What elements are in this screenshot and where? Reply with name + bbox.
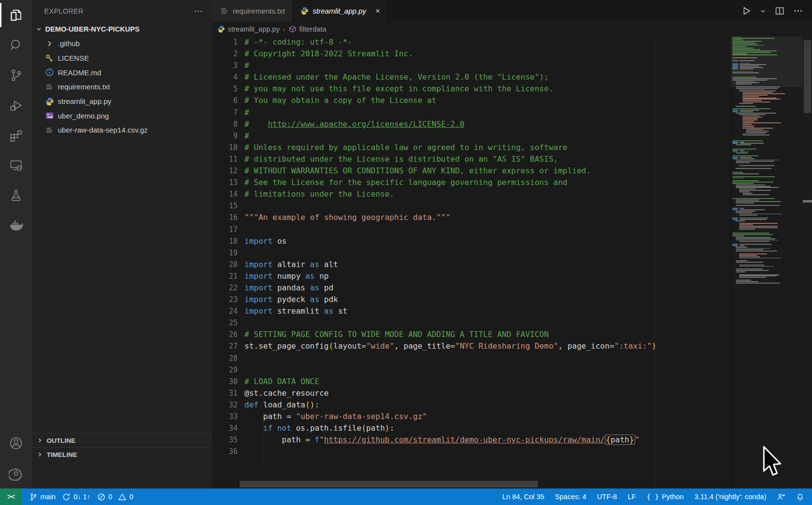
code-line: @st.cache_resource bbox=[244, 387, 657, 399]
code-editor[interactable]: 1234567891011121314151617181920212223242… bbox=[212, 36, 812, 488]
line-number: 33 bbox=[212, 411, 244, 422]
explorer-sidebar: EXPLORER ⋯ DEMO-UBER-NYC-PICKUPS .github… bbox=[32, 0, 212, 488]
code-line: # bbox=[244, 60, 657, 71]
code-line: path = f"https://github.com/streamlit/de… bbox=[244, 434, 657, 446]
text-file-icon bbox=[45, 83, 54, 91]
file-label: README.md bbox=[58, 68, 101, 77]
line-number: 3 bbox=[212, 60, 244, 71]
code-line: # LOAD DATA ONCE bbox=[244, 376, 657, 387]
chevron-down-icon[interactable] bbox=[760, 8, 766, 15]
activity-bar-files-icon[interactable] bbox=[0, 0, 32, 30]
license-key-icon bbox=[45, 54, 54, 63]
python-icon bbox=[300, 7, 309, 15]
code-line: # bbox=[244, 107, 657, 118]
breadcrumb-file[interactable]: streamlit_app.py bbox=[217, 25, 279, 33]
vertical-scrollbar[interactable] bbox=[803, 36, 812, 488]
feedback-button[interactable] bbox=[777, 493, 785, 501]
eol-setting[interactable]: LF bbox=[628, 493, 636, 501]
breadcrumb: streamlit_app.py › filterdata bbox=[212, 22, 812, 36]
line-number: 6 bbox=[212, 95, 244, 106]
warning-icon bbox=[118, 493, 126, 501]
activity-bar-settings-gear-icon[interactable] bbox=[0, 458, 32, 488]
code-line: import streamlit as st bbox=[244, 305, 657, 317]
code-line: # you may not use this file except in co… bbox=[244, 83, 657, 95]
line-number: 1 bbox=[212, 36, 244, 48]
code-line: import pandas as pd bbox=[244, 282, 657, 294]
timeline-section[interactable]: TIMELINE bbox=[32, 447, 212, 461]
git-branch-status[interactable]: main bbox=[29, 493, 55, 501]
vscode-window: EXPLORER ⋯ DEMO-UBER-NYC-PICKUPS .github… bbox=[0, 0, 812, 505]
code-line: # -*- coding: utf-8 -*- bbox=[244, 36, 657, 48]
file-item-uber-raw-data-sep14.csv.gz[interactable]: uber-raw-data-sep14.csv.gz bbox=[32, 123, 212, 137]
file-item-uber_demo.png[interactable]: uber_demo.png bbox=[32, 108, 212, 123]
activity-bar-docker-icon[interactable] bbox=[0, 211, 32, 241]
close-icon[interactable]: × bbox=[376, 7, 380, 15]
line-number: 27 bbox=[212, 340, 244, 352]
file-item-streamlit_app.py[interactable]: streamlit_app.py bbox=[32, 94, 212, 109]
code-line: if not os.path.isfile(path): bbox=[244, 422, 657, 434]
activity-bar-remote-explorer-icon[interactable] bbox=[0, 151, 32, 181]
bell-icon bbox=[796, 493, 804, 501]
activity-bar-extensions-icon[interactable] bbox=[0, 120, 32, 151]
code-line: # You may obtain a copy of the License a… bbox=[244, 95, 657, 106]
more-actions-icon[interactable] bbox=[793, 6, 803, 16]
line-number: 32 bbox=[212, 399, 244, 411]
code-line bbox=[244, 247, 657, 259]
line-number: 25 bbox=[212, 317, 244, 329]
explorer-root-folder[interactable]: DEMO-UBER-NYC-PICKUPS bbox=[32, 22, 212, 36]
split-editor-icon[interactable] bbox=[775, 6, 785, 16]
line-number: 9 bbox=[212, 130, 244, 142]
run-icon[interactable] bbox=[741, 6, 751, 16]
code-line bbox=[244, 200, 657, 212]
activity-bar-search-icon[interactable] bbox=[0, 30, 32, 60]
symbol-cube-icon bbox=[289, 25, 296, 33]
python-interpreter[interactable]: 3.11.4 ('nightly': conda) bbox=[694, 493, 766, 501]
language-mode[interactable]: { } Python bbox=[647, 493, 684, 501]
explorer-more-actions-icon[interactable]: ⋯ bbox=[194, 6, 204, 17]
breadcrumb-symbol[interactable]: filterdata bbox=[289, 25, 327, 33]
chevron-right-icon bbox=[45, 39, 54, 48]
line-number: 2 bbox=[212, 48, 244, 60]
activity-bar-testing-icon[interactable] bbox=[0, 181, 32, 211]
code-line: # SETTING PAGE CONFIG TO WIDE MODE AND A… bbox=[244, 329, 657, 340]
breadcrumb-separator: › bbox=[283, 26, 285, 33]
activity-bar-run-debug-icon[interactable] bbox=[0, 90, 32, 120]
notifications-button[interactable] bbox=[796, 493, 804, 501]
code-line: st.set_page_config(layout="wide", page_t… bbox=[244, 340, 657, 352]
code-line: # Licensed under the Apache License, Ver… bbox=[244, 71, 657, 83]
cursor-position[interactable]: Ln 84, Col 35 bbox=[502, 493, 544, 501]
problems-status[interactable]: 0 0 bbox=[97, 493, 133, 501]
activity-bar-source-control-icon[interactable] bbox=[0, 60, 32, 90]
vertical-scrollbar-slider[interactable] bbox=[804, 40, 811, 113]
activity-bar-account-icon[interactable] bbox=[0, 428, 32, 458]
file-item-README.md[interactable]: README.md bbox=[32, 65, 212, 80]
folder-item-.github[interactable]: .github bbox=[32, 36, 212, 51]
git-sync-status[interactable]: 0↓ 1↑ bbox=[62, 493, 90, 501]
outline-section[interactable]: OUTLINE bbox=[32, 433, 212, 447]
minimap[interactable] bbox=[730, 36, 803, 488]
code-line: # WITHOUT WARRANTIES OR CONDITIONS OF AN… bbox=[244, 165, 657, 177]
encoding-setting[interactable]: UTF-8 bbox=[597, 493, 617, 501]
line-number: 13 bbox=[212, 177, 244, 188]
indent-guide bbox=[263, 411, 263, 465]
tab-streamlit-app-py[interactable]: streamlit_app.py × bbox=[293, 0, 388, 22]
horizontal-scrollbar-slider[interactable] bbox=[240, 481, 538, 488]
file-item-LICENSE[interactable]: LICENSE bbox=[32, 51, 212, 66]
file-item-requirements.txt[interactable]: requirements.txt bbox=[32, 80, 212, 94]
indentation-setting[interactable]: Spaces: 4 bbox=[555, 493, 587, 501]
line-number: 20 bbox=[212, 259, 244, 270]
line-number: 21 bbox=[212, 270, 244, 282]
minimap-viewport[interactable] bbox=[730, 36, 803, 87]
python-icon bbox=[45, 97, 54, 106]
tab-requirements-txt[interactable]: requirements.txt bbox=[212, 0, 293, 22]
line-number: 10 bbox=[212, 142, 244, 153]
text-file-icon bbox=[45, 126, 54, 135]
code-line bbox=[244, 353, 657, 364]
activity-bar bbox=[0, 0, 32, 488]
line-number: 22 bbox=[212, 282, 244, 294]
remote-indicator[interactable]: >< bbox=[0, 488, 21, 505]
code-line: def load_data(): bbox=[244, 399, 657, 411]
tab-bar: requirements.txt streamlit_app.py × bbox=[212, 0, 812, 22]
word-highlight-box: {path} bbox=[605, 435, 635, 445]
sync-icon bbox=[62, 493, 70, 501]
